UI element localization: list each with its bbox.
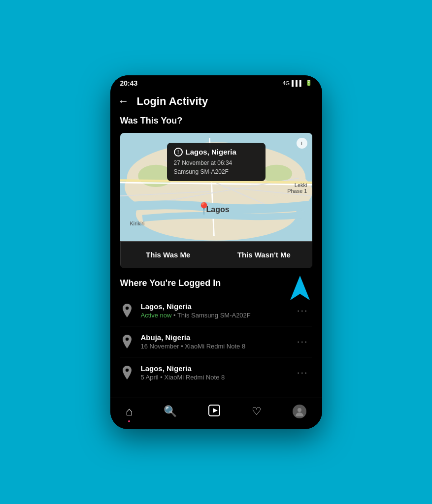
header: ← Login Activity	[110, 89, 322, 116]
login-detail-3: 5 April • XiaoMi Redmi Note 8	[141, 374, 293, 381]
this-wasnt-me-button[interactable]: This Wasn't Me	[216, 242, 312, 268]
back-button[interactable]: ←	[118, 95, 129, 108]
login-location-3: Lagos, Nigeria	[141, 364, 293, 373]
location-pin-icon-1	[120, 304, 134, 317]
login-location-2: Abuja, Nigeria	[141, 333, 293, 342]
more-options-button-3[interactable]: ···	[293, 365, 312, 380]
map-area: Lagos Kirikiri LekkiPhase 1 📍 i ! Lagos,…	[120, 133, 312, 241]
avatar	[293, 405, 306, 418]
login-item: Lagos, Nigeria Active now • This Samsung…	[120, 295, 312, 326]
nav-reels[interactable]	[208, 404, 221, 419]
login-location-1: Lagos, Nigeria	[141, 302, 293, 311]
map-container: Lagos Kirikiri LekkiPhase 1 📍 i ! Lagos,…	[120, 133, 312, 268]
was-this-you-title: Was This You?	[120, 116, 312, 126]
nav-home[interactable]: ⌂	[126, 405, 133, 418]
signal-icon: ▌▌▌	[292, 80, 303, 86]
map-pin: 📍	[197, 202, 211, 216]
warning-icon: !	[174, 148, 183, 157]
nav-profile[interactable]	[293, 405, 306, 418]
status-bar: 20:43 4G ▌▌▌ 🔋	[110, 75, 322, 89]
network-icon: 4G	[282, 80, 290, 86]
login-item-3: Lagos, Nigeria 5 April • XiaoMi Redmi No…	[120, 357, 312, 388]
active-status: Active now	[141, 312, 172, 319]
login-detail-1: Active now • This Samsung SM-A202F	[141, 312, 293, 319]
action-buttons: This Was Me This Wasn't Me	[120, 241, 312, 268]
detail-dot-1: • This Samsung SM-A202F	[173, 312, 251, 319]
home-icon: ⌂	[126, 405, 133, 418]
map-info-button[interactable]: i	[297, 138, 307, 149]
info-icon: i	[301, 140, 302, 147]
heart-icon: ♡	[252, 405, 262, 418]
reels-icon	[208, 404, 221, 419]
search-icon: 🔍	[164, 405, 177, 418]
location-pin-icon-2	[120, 335, 134, 348]
status-icons: 4G ▌▌▌ 🔋	[282, 80, 312, 86]
bottom-nav: ⌂ 🔍 ♡	[110, 398, 322, 429]
login-item-2: Abuja, Nigeria 16 November • XiaoMi Redm…	[120, 326, 312, 357]
svg-point-19	[298, 408, 301, 412]
was-this-you-section: Was This You?	[120, 116, 312, 268]
phone-frame: 20:43 4G ▌▌▌ 🔋 ← Login Activity Was This…	[110, 75, 322, 429]
tooltip-location: Lagos, Nigeria	[186, 148, 236, 156]
svg-marker-17	[213, 408, 218, 413]
login-detail-2: 16 November • XiaoMi Redmi Note 8	[141, 343, 293, 350]
nav-search[interactable]: 🔍	[164, 405, 177, 418]
tooltip-device: Samsung SM-A202F	[174, 167, 259, 176]
kirikiri-label: Kirikiri	[130, 220, 145, 226]
location-pin-icon-3	[120, 366, 134, 379]
login-info-2: Abuja, Nigeria 16 November • XiaoMi Redm…	[141, 333, 293, 350]
login-info-1: Lagos, Nigeria Active now • This Samsung…	[141, 302, 293, 319]
lekki-label: LekkiPhase 1	[287, 182, 307, 194]
battery-icon: 🔋	[305, 80, 312, 86]
nav-heart[interactable]: ♡	[252, 405, 262, 418]
more-options-button-1[interactable]: ···	[293, 303, 312, 318]
where-logged-in-title: Where You're Logged In	[120, 278, 312, 288]
this-was-me-button[interactable]: This Was Me	[121, 242, 217, 268]
more-options-button-2[interactable]: ···	[293, 334, 312, 349]
status-time: 20:43	[120, 79, 138, 87]
tooltip-header: ! Lagos, Nigeria	[174, 148, 259, 157]
map-tooltip: ! Lagos, Nigeria 27 November at 06:34 Sa…	[167, 143, 266, 181]
where-logged-in-section: Where You're Logged In Lagos, Nigeria Ac…	[120, 268, 312, 388]
tooltip-date: 27 November at 06:34	[174, 158, 259, 167]
login-info-3: Lagos, Nigeria 5 April • XiaoMi Redmi No…	[141, 364, 293, 381]
page-title: Login Activity	[137, 95, 208, 108]
content-area: Was This You?	[110, 116, 322, 388]
